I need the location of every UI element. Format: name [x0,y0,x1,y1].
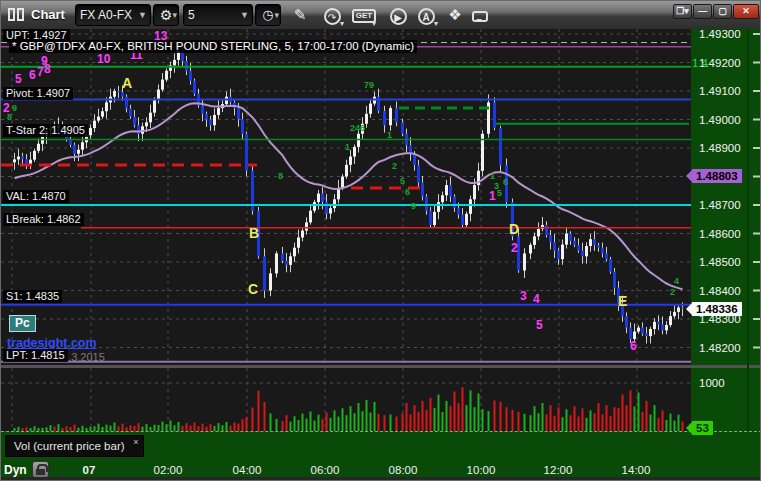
level-chip: S1: 1.4835 [3,290,62,303]
time-axis-label: 14:00 [622,464,651,476]
level-chip: Pivot: 1.4907 [3,87,73,100]
tab-volume[interactable]: Vol (current price bar) × [5,435,144,457]
play-icon: ▶ [390,8,407,25]
chart-marker: 6 [29,68,36,82]
price-axis-label: 1.48400 [699,285,741,297]
get-data-button[interactable]: GET ▾ [351,3,377,27]
price-axis-label: 1.48900 [699,142,741,154]
window-icon [8,8,26,22]
symbol-settings-button[interactable]: ⚙ ▾ [153,4,179,26]
level-chip: * GBP@TDFX A0-FX, BRITISH POUND STERLING… [9,40,417,53]
chart-marker: 5 [497,188,502,198]
maximize-button[interactable]: ▢ [713,4,732,19]
time-axis-label: 07 [83,464,96,476]
chart-marker: 4 [533,292,540,306]
indicators-button[interactable]: ↷ ▾ [319,3,345,27]
gear-icon: ⚙ [160,7,173,23]
price-axis-label: 1.49000 [699,114,741,126]
chart-marker: E [618,293,627,309]
bottom-panel: Vol (current price bar) × Dyn 0702:0004:… [1,431,761,481]
chevron-down-icon: ▼ [240,5,249,25]
chart-marker: 4 [674,276,679,286]
price-axis-label: 1.48200 [699,342,741,354]
clock-icon: ◷ [262,7,273,22]
minimize-button[interactable]: — [693,4,712,19]
lock-icon[interactable] [32,461,49,478]
period-value: 5 [188,8,195,22]
pencil-icon: ✎ [294,6,307,23]
close-button[interactable]: ✕ [733,4,759,19]
dyn-label: Dyn [4,463,27,477]
chart-area[interactable]: UPT: 1.4927* GBP@TDFX A0-FX, BRITISH POU… [1,29,761,431]
chart-marker: 2 [670,287,675,297]
price-axis-label: 1.48500 [699,256,741,268]
bottom-bar [1,477,761,481]
level-chip: VAL: 1.4870 [3,190,69,203]
symbol-value: FX A0-FX [80,8,132,22]
price-badge: 1.48803 [692,169,742,183]
window-title: Chart [31,7,65,22]
axis-green-fragment: 1.4 [692,57,708,69]
price-axis-label: 1.48600 [699,228,741,240]
time-axis-label: 06:00 [311,464,340,476]
chevron-down-icon: ▾ [274,5,279,25]
a-circle-icon: A [418,8,435,25]
chart-window: Chart FX A0-FX ▼ ⚙ ▾ 5 ▼ ◷ ▾ ✎ ↷ ▾ GET ▾ [0,0,761,481]
chart-marker: 6 [503,177,508,187]
chart-marker: A [122,75,132,91]
auto-button[interactable]: A ▾ [413,3,439,27]
chart-marker: 1 [489,189,496,203]
price-axis-label: 1.48700 [699,199,741,211]
time-axis-label: 10:00 [467,464,496,476]
volume-badge: 53 [692,421,713,435]
chart-marker: 5 [400,176,405,186]
play-button[interactable]: ▶ [385,3,411,27]
chart-marker: 9 [12,103,17,113]
level-chip: LPT: 1.4815 [3,349,68,362]
chart-marker: 1 [345,142,350,152]
chart-marker: 3 [520,289,527,303]
restore-menu-button[interactable]: ❐▾ [673,4,692,19]
level-chip: T-Star 2: 1.4905 [3,124,88,137]
chart-marker: 6 [405,187,410,197]
time-axis-label: 02:00 [154,464,183,476]
chart-marker: D [509,221,519,237]
chevron-down-icon: ▼ [138,5,147,25]
chart-canvas[interactable] [1,29,761,431]
price-badge: 1.48336 [692,302,742,316]
chevron-down-icon: ▾ [172,5,177,25]
chevron-down-icon: ▾ [434,20,438,28]
chart-marker: 79 [364,80,374,90]
chart-marker: 2 [511,241,518,255]
chart-marker: 8 [7,112,12,122]
curved-arrow-icon: ↷ [324,8,341,25]
price-axis-label: 1.49100 [699,85,741,97]
time-settings-button[interactable]: ◷ ▾ [255,4,281,26]
close-icon[interactable]: × [133,436,138,448]
diamond-icon: ❖ [448,6,461,23]
price-axis-label: 1.49300 [699,28,741,40]
chart-marker: 5 [536,318,543,332]
draw-button[interactable]: ✎ [287,3,313,27]
period-combobox[interactable]: 5 ▼ [183,4,253,26]
chart-marker: 1 [387,130,392,140]
chart-marker: 9 [411,201,416,211]
chart-marker: 246 [350,123,365,133]
time-axis-label: 12:00 [544,464,573,476]
comment-button[interactable] [467,3,493,27]
chevron-down-icon: ▾ [340,20,344,28]
chevron-down-icon: ▾ [372,20,376,28]
symbol-combobox[interactable]: FX A0-FX ▼ [75,4,151,26]
chart-marker: 10 [97,52,110,66]
chart-marker: 6 [630,339,637,353]
chart-marker: 1 [490,171,495,181]
send-button[interactable]: ❖ [442,3,468,27]
titlebar: Chart FX A0-FX ▼ ⚙ ▾ 5 ▼ ◷ ▾ ✎ ↷ ▾ GET ▾ [1,1,761,29]
level-chip: LBreak: 1.4862 [3,213,84,226]
tab-volume-label: Vol (current price bar) [14,440,125,452]
volume-axis-label: 1000 [699,377,725,389]
chart-marker: 9 [41,54,48,68]
time-axis-label: 04:00 [233,464,262,476]
chart-marker: 8 [278,171,283,181]
chart-marker: C [248,281,258,297]
